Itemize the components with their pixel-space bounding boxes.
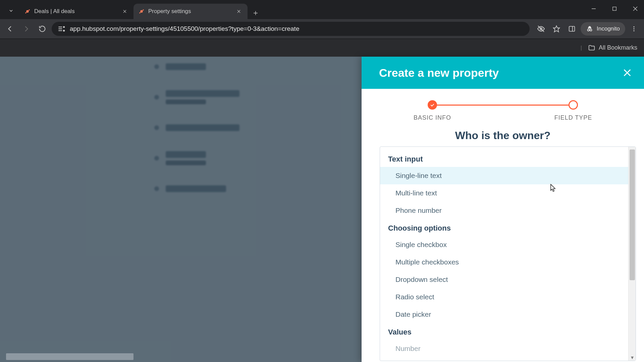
tab-property-settings[interactable]: Property settings	[133, 4, 248, 19]
dropdown-scrollbar[interactable]: ▴ ▾	[628, 147, 636, 361]
group-header: Choosing options	[380, 219, 628, 236]
bookmark-bar: | All Bookmarks	[0, 39, 644, 57]
folder-icon	[588, 44, 595, 52]
all-bookmarks-label: All Bookmarks	[599, 44, 637, 51]
option-single-line-text[interactable]: Single-line text	[380, 167, 628, 184]
tab-strip: Deals | All deals Property settings	[0, 0, 644, 19]
window-controls	[588, 3, 641, 14]
svg-point-31	[590, 29, 592, 31]
maximize-button[interactable]	[609, 3, 620, 14]
scroll-thumb[interactable]	[630, 149, 635, 280]
browser-menu-icon[interactable]	[627, 22, 641, 36]
tab-search-button[interactable]	[5, 4, 17, 17]
step-field-type[interactable]: FIELD TYPE	[503, 100, 644, 121]
all-bookmarks-button[interactable]: All Bookmarks	[588, 44, 637, 52]
svg-point-30	[588, 29, 590, 31]
svg-point-35	[633, 30, 634, 31]
svg-rect-17	[613, 7, 616, 11]
page-content: Create a new property BASIC INFO FIELD T…	[0, 57, 644, 362]
svg-rect-28	[569, 26, 575, 32]
eye-off-icon[interactable]	[534, 22, 548, 36]
incognito-chip[interactable]: Incognito	[581, 22, 625, 36]
group-header: Values	[380, 323, 628, 340]
step-dot-icon	[569, 100, 578, 110]
step-label: BASIC INFO	[414, 114, 451, 121]
reload-button[interactable]	[36, 22, 49, 36]
incognito-icon	[586, 25, 593, 33]
option-date-picker[interactable]: Date picker	[380, 306, 628, 323]
close-icon	[623, 68, 632, 77]
option-dropdown-select[interactable]: Dropdown select	[380, 271, 628, 288]
panel-header: Create a new property	[362, 57, 644, 89]
field-type-listbox[interactable]: Text input Single-line text Multi-line t…	[380, 147, 628, 361]
field-type-dropdown: Text input Single-line text Multi-line t…	[380, 146, 636, 361]
option-multi-line-text[interactable]: Multi-line text	[380, 184, 628, 202]
option-number[interactable]: Number	[380, 340, 628, 357]
incognito-label: Incognito	[597, 25, 620, 32]
minimize-button[interactable]	[588, 3, 599, 14]
hubspot-favicon-icon	[24, 8, 31, 15]
scroll-down-icon[interactable]: ▾	[629, 354, 636, 361]
browser-chrome: Deals | All deals Property settings	[0, 0, 644, 57]
svg-point-34	[633, 28, 634, 29]
tab-title: Deals | All deals	[34, 8, 117, 15]
svg-point-23	[63, 26, 64, 27]
svg-point-24	[63, 30, 64, 31]
site-info-icon[interactable]	[57, 24, 66, 33]
svg-point-33	[633, 26, 634, 27]
tab-deals[interactable]: Deals | All deals	[19, 4, 133, 19]
hubspot-favicon-icon	[138, 8, 145, 15]
new-tab-button[interactable]	[250, 7, 262, 19]
bookmark-star-icon[interactable]	[550, 22, 563, 36]
option-single-checkbox[interactable]: Single checkbox	[380, 236, 628, 253]
status-bar	[6, 353, 133, 360]
forward-button[interactable]	[19, 22, 33, 36]
step-label: FIELD TYPE	[554, 114, 592, 121]
close-panel-button[interactable]	[621, 66, 634, 79]
svg-marker-27	[553, 26, 559, 32]
stepper-connector	[434, 105, 572, 106]
stepper: BASIC INFO FIELD TYPE	[362, 89, 644, 125]
panel-title: Create a new property	[379, 66, 499, 79]
back-button[interactable]	[3, 22, 17, 36]
bookmark-divider: |	[581, 45, 582, 51]
close-tab-icon[interactable]	[235, 7, 243, 15]
address-bar[interactable]: app.hubspot.com/property-settings/451055…	[52, 22, 530, 36]
group-header: Text input	[380, 150, 628, 167]
browser-toolbar: app.hubspot.com/property-settings/451055…	[0, 19, 644, 39]
step-basic-info[interactable]: BASIC INFO	[362, 100, 503, 121]
url-text: app.hubspot.com/property-settings/451055…	[70, 25, 524, 33]
close-tab-icon[interactable]	[121, 7, 129, 15]
option-multiple-checkboxes[interactable]: Multiple checkboxes	[380, 253, 628, 271]
tab-title: Property settings	[148, 8, 231, 15]
create-property-panel: Create a new property BASIC INFO FIELD T…	[362, 57, 644, 362]
step-dot-done-icon	[428, 100, 437, 110]
side-panel-icon[interactable]	[565, 22, 579, 36]
property-name-heading: Who is the owner?	[362, 129, 644, 142]
option-radio-select[interactable]: Radio select	[380, 288, 628, 306]
close-window-button[interactable]	[630, 3, 641, 14]
option-phone-number[interactable]: Phone number	[380, 202, 628, 219]
